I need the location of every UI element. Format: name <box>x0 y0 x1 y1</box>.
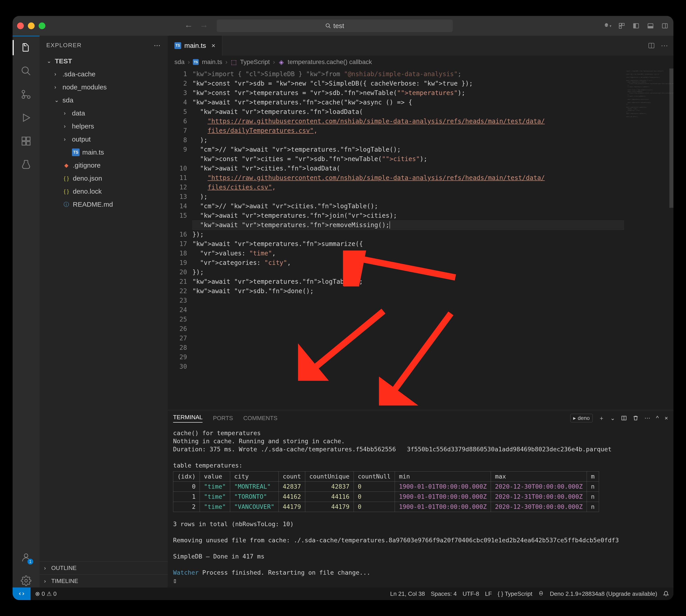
terminal-profile[interactable]: ▸ deno <box>570 414 593 422</box>
panel-tab-terminal[interactable]: TERMINAL <box>173 414 202 423</box>
svg-rect-19 <box>22 141 26 145</box>
timeline-section[interactable]: ›TIMELINE <box>40 574 168 588</box>
ts-file-icon: TS <box>174 42 181 49</box>
notifications-icon[interactable] <box>663 591 669 597</box>
panel-tab-ports[interactable]: PORTS <box>213 415 233 422</box>
svg-rect-18 <box>26 137 30 141</box>
svg-marker-16 <box>23 114 30 121</box>
eol-status[interactable]: LF <box>485 590 492 597</box>
minimize-window[interactable] <box>28 22 35 29</box>
problems-status[interactable]: ⊗ 0 ⚠ 0 <box>35 590 57 597</box>
terminal-output[interactable]: cache() for temperatures Nothing in cach… <box>168 426 673 588</box>
svg-point-15 <box>22 96 25 98</box>
source-control-view-icon[interactable] <box>19 88 33 101</box>
split-editor-icon[interactable] <box>648 42 655 49</box>
toggle-panel-icon[interactable] <box>646 22 655 30</box>
new-terminal-icon[interactable]: ＋ <box>599 414 604 422</box>
folder-root[interactable]: ⌄TEST <box>43 54 165 68</box>
folder--sda-cache[interactable]: ›.sda-cache <box>43 68 165 81</box>
explorer-view-icon[interactable] <box>19 41 33 54</box>
editor-area: TS main.ts × ⋯ sda› TS main.ts› ⬚ TypeSc… <box>168 36 673 588</box>
svg-rect-4 <box>619 26 621 28</box>
svg-rect-8 <box>648 26 653 28</box>
svg-point-35 <box>541 593 542 594</box>
terminal-dropdown-icon[interactable]: ⌄ <box>610 415 615 422</box>
svg-point-34 <box>540 593 541 594</box>
run-debug-view-icon[interactable] <box>19 111 33 125</box>
outline-section[interactable]: ›OUTLINE <box>40 562 168 574</box>
close-tab-icon[interactable]: × <box>212 42 216 49</box>
folder-helpers[interactable]: ›helpers <box>43 120 165 133</box>
search-view-icon[interactable] <box>19 64 33 78</box>
settings-gear-icon[interactable] <box>19 574 33 588</box>
close-window[interactable] <box>17 22 24 29</box>
explorer-sidebar: EXPLORER ⋯ ⌄TEST ›.sda-cache›node_module… <box>40 36 168 588</box>
code-content[interactable]: "kw">import { "cl">SimpleDB } "kw">from … <box>192 68 624 410</box>
file-main-ts[interactable]: TSmain.ts <box>43 146 165 159</box>
terminal-table: (idx)valuecitycountcountUniquecountNullm… <box>173 471 599 512</box>
panel-more-icon[interactable]: ⋯ <box>644 415 650 422</box>
sidebar-title: EXPLORER <box>46 42 82 49</box>
accounts-icon[interactable]: 1 <box>19 551 33 564</box>
command-center[interactable]: test <box>217 20 453 32</box>
svg-point-22 <box>24 554 28 557</box>
folder-data[interactable]: ›data <box>43 107 165 120</box>
panel-tab-comments[interactable]: COMMENTS <box>243 415 278 422</box>
kill-terminal-icon[interactable] <box>633 415 639 421</box>
svg-point-23 <box>25 579 27 582</box>
svg-point-13 <box>22 90 25 93</box>
file--gitignore[interactable]: ◆.gitignore <box>43 159 165 172</box>
folder-node_modules[interactable]: ›node_modules <box>43 81 165 94</box>
svg-point-11 <box>22 67 28 73</box>
toggle-secondary-sidebar-icon[interactable] <box>661 22 669 30</box>
copilot-icon[interactable]: ▾ <box>603 22 612 30</box>
symbol-method-icon: ◈ <box>278 59 284 65</box>
cursor-position[interactable]: Ln 21, Col 38 <box>390 590 425 597</box>
indentation-status[interactable]: Spaces: 4 <box>431 590 457 597</box>
svg-rect-20 <box>26 141 30 145</box>
svg-rect-6 <box>634 24 636 28</box>
breadcrumbs[interactable]: sda› TS main.ts› ⬚ TypeScript› ◈ tempera… <box>168 56 673 68</box>
file-deno-json[interactable]: { }deno.json <box>43 172 165 185</box>
testing-view-icon[interactable] <box>19 158 33 171</box>
sidebar-more-icon[interactable]: ⋯ <box>154 41 161 49</box>
minimap-thumb[interactable] <box>669 68 673 208</box>
svg-point-0 <box>326 24 329 27</box>
svg-rect-17 <box>22 137 26 141</box>
copilot-status-icon[interactable] <box>538 591 544 597</box>
svg-line-1 <box>329 26 330 28</box>
editor[interactable]: 123456789 101112131415 16171819202122232… <box>168 68 673 410</box>
svg-rect-3 <box>622 23 624 26</box>
nav-forward[interactable]: → <box>199 21 208 31</box>
ts-file-icon: TS <box>193 59 199 65</box>
file-deno-lock[interactable]: { }deno.lock <box>43 185 165 198</box>
layout-customize-icon[interactable] <box>618 22 626 30</box>
maximize-panel-icon[interactable]: ^ <box>656 415 659 422</box>
maximize-window[interactable] <box>39 22 45 29</box>
close-panel-icon[interactable]: × <box>665 415 668 422</box>
language-mode[interactable]: { } TypeScript <box>498 590 532 597</box>
split-terminal-icon[interactable] <box>621 415 627 421</box>
window-controls <box>17 22 45 29</box>
encoding-status[interactable]: UTF-8 <box>463 590 479 597</box>
search-icon <box>325 23 331 29</box>
svg-rect-9 <box>662 24 668 28</box>
minimap[interactable]: import { SimpleDB } from "@nshiab/simple… <box>624 68 673 410</box>
tab-main-ts[interactable]: TS main.ts × <box>168 36 222 56</box>
svg-line-12 <box>27 72 30 75</box>
panel: TERMINAL PORTS COMMENTS ▸ deno ＋ ⌄ ⋯ ^ ×… <box>168 410 673 588</box>
status-bar: ⊗ 0 ⚠ 0 Ln 21, Col 38 Spaces: 4 UTF-8 LF… <box>13 588 673 600</box>
toggle-primary-sidebar-icon[interactable] <box>632 22 640 30</box>
file-README-md[interactable]: ⓘREADME.md <box>43 198 165 211</box>
deno-status[interactable]: Deno 2.1.9+28834a8 (Upgrade available) <box>550 590 657 597</box>
remote-indicator[interactable] <box>13 588 30 600</box>
nav-back[interactable]: ← <box>184 21 193 31</box>
tab-label: main.ts <box>184 42 206 49</box>
editor-more-icon[interactable]: ⋯ <box>661 41 668 50</box>
extensions-view-icon[interactable] <box>19 134 33 148</box>
folder-output[interactable]: ›output <box>43 133 165 146</box>
activity-bar: 1 <box>13 36 40 588</box>
svg-point-14 <box>27 96 30 98</box>
accounts-badge: 1 <box>27 559 33 565</box>
folder-sda[interactable]: ⌄sda <box>43 94 165 107</box>
